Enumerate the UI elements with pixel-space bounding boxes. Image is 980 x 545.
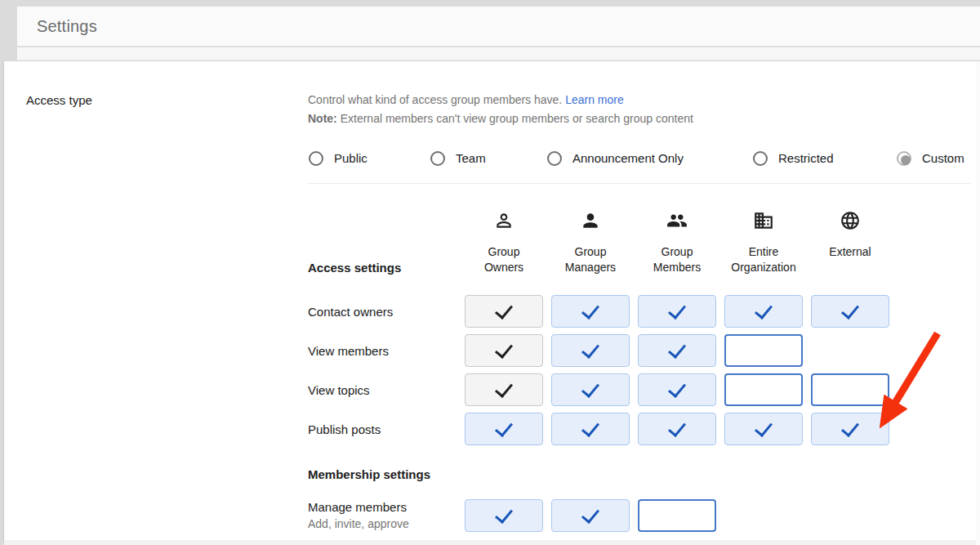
checkbox-view-topics-group-managers[interactable] [551, 373, 630, 406]
column-label-entire-organization: EntireOrganization [731, 244, 795, 275]
membership-settings-header: Membership settings [308, 452, 889, 493]
row-label-subtext: Add, invite, approve [308, 516, 409, 533]
column-header-group-managers: GroupManagers [551, 184, 630, 288]
card-stack-edge [17, 47, 980, 60]
checkbox-view-members-entire-organization[interactable] [724, 334, 803, 367]
column-label-line: Group [653, 244, 701, 260]
note-text: External members can't view group member… [341, 112, 693, 125]
permissions-matrix: Access settingsGroupOwnersGroupManagersG… [308, 184, 973, 533]
checkbox-view-topics-entire-organization[interactable] [724, 373, 803, 406]
access-type-description: Control what kind of access group member… [308, 91, 973, 109]
radio-icon [309, 151, 323, 166]
checkbox-view-members-group-owners [465, 334, 543, 367]
radio-option-restricted[interactable]: Restricted [753, 150, 834, 168]
checkbox-publish-posts-group-members[interactable] [638, 413, 716, 445]
person-outline-icon [493, 210, 514, 231]
radio-option-public[interactable]: Public [309, 150, 368, 168]
access-type-label: Access type [26, 92, 92, 109]
radio-selected-icon [897, 151, 911, 166]
radio-option-label: Restricted [778, 150, 834, 168]
radio-option-label: Public [334, 150, 368, 168]
checkbox-publish-posts-entire-organization[interactable] [724, 413, 803, 445]
column-label-line: Owners [484, 260, 523, 275]
checkbox-view-topics-external[interactable] [811, 373, 889, 406]
column-header-group-owners: GroupOwners [465, 184, 543, 288]
radio-option-announcement-only[interactable]: Announcement Only [547, 150, 684, 168]
page-background-strip-bottom [4, 540, 976, 545]
learn-more-link[interactable]: Learn more [565, 93, 624, 106]
column-label-line: Managers [565, 260, 616, 275]
access-type-section: Control what kind of access group member… [308, 61, 973, 533]
row-label-manage-members: Manage membersAdd, invite, approve [308, 499, 457, 533]
settings-card: Access type Control what kind of access … [4, 61, 976, 540]
radio-option-label: Custom [922, 150, 964, 168]
checkbox-manage-members-group-members[interactable] [638, 499, 716, 532]
row-label-view-topics: View topics [308, 373, 457, 406]
access-type-options: PublicTeamAnnouncement OnlyRestrictedCus… [308, 150, 973, 168]
radio-option-team[interactable]: Team [430, 150, 486, 168]
globe-icon [840, 210, 861, 231]
page-title: Settings [37, 17, 97, 36]
checkbox-contact-owners-group-managers[interactable] [551, 295, 630, 328]
page-background-strip-right [976, 61, 980, 545]
description-text: Control what kind of access group member… [308, 93, 562, 106]
column-label-group-managers: GroupManagers [565, 244, 616, 275]
column-label-line: Organization [731, 260, 795, 275]
checkbox-publish-posts-external[interactable] [811, 413, 889, 445]
row-label-contact-owners: Contact owners [308, 295, 457, 328]
people-icon [666, 210, 688, 231]
column-label-group-members: GroupMembers [653, 244, 701, 275]
radio-option-label: Team [456, 150, 486, 168]
page: Settings Access type Control what kind o… [0, 0, 980, 545]
column-header-external: External [811, 184, 889, 288]
column-label-group-owners: GroupOwners [484, 244, 523, 275]
column-header-group-members: GroupMembers [638, 184, 716, 288]
person-icon [580, 210, 601, 231]
checkbox-view-members-group-members[interactable] [638, 334, 716, 367]
column-label-external: External [829, 244, 871, 275]
checkbox-publish-posts-group-owners[interactable] [465, 413, 543, 445]
row-label-text: Manage members [308, 499, 407, 516]
access-settings-header: Access settings [308, 184, 457, 288]
checkbox-view-topics-group-members[interactable] [638, 373, 716, 406]
checkbox-view-members-group-managers[interactable] [551, 334, 630, 367]
row-label-publish-posts: Publish posts [308, 413, 457, 445]
settings-header-bar: Settings [17, 7, 980, 47]
checkbox-contact-owners-entire-organization[interactable] [724, 295, 803, 328]
checkbox-contact-owners-group-owners [465, 295, 543, 328]
radio-icon [753, 151, 768, 166]
checkbox-contact-owners-external[interactable] [811, 295, 889, 328]
radio-option-custom[interactable]: Custom [897, 150, 964, 168]
radio-icon [430, 151, 445, 166]
column-label-line: Entire [731, 244, 795, 260]
column-label-line: External [829, 244, 871, 260]
radio-icon [547, 151, 562, 166]
column-label-line: Members [653, 260, 701, 275]
checkbox-contact-owners-group-members[interactable] [638, 295, 716, 328]
column-label-line: Group [484, 244, 523, 260]
note-label: Note: [308, 112, 337, 125]
column-label-line: Group [565, 244, 616, 260]
checkbox-manage-members-group-owners[interactable] [465, 499, 543, 532]
access-type-note: Note: External members can't view group … [308, 109, 973, 128]
checkbox-view-topics-group-owners [465, 373, 543, 406]
radio-option-label: Announcement Only [572, 150, 684, 168]
building-icon [753, 210, 774, 231]
checkbox-publish-posts-group-managers[interactable] [551, 413, 630, 445]
row-label-view-members: View members [308, 334, 457, 367]
column-header-entire-organization: EntireOrganization [724, 184, 803, 288]
checkbox-manage-members-group-managers[interactable] [551, 499, 630, 532]
